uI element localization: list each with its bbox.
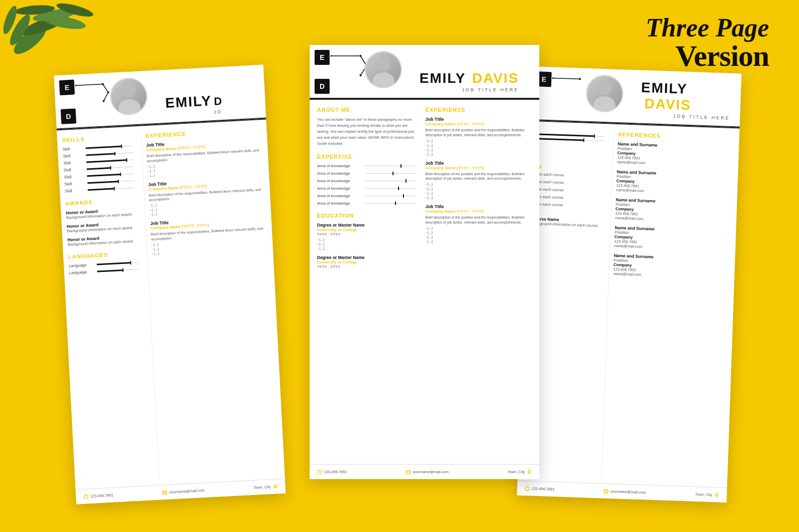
svg-point-37 (552, 77, 554, 79)
svg-point-15 (121, 82, 136, 98)
course-name-bottom: Course Name Background information on ea… (531, 216, 602, 228)
last-name-right: DAVIS (644, 96, 692, 113)
header-icons-center: E D (315, 50, 330, 94)
last-name-center: DAVIS (472, 70, 519, 86)
expertise-title: Expertise (317, 154, 415, 160)
expertise-list: Area of knowledge Area of knowledge Area… (317, 164, 415, 206)
experience-title-center: Experience (425, 107, 532, 113)
page-left-body: Skills Skill Skill Skill Skill Skill Ski… (57, 119, 285, 489)
page-right-header: E D EMILY DAVIS (530, 66, 742, 129)
title-line1: Three Page (646, 15, 769, 41)
first-name-center: EMILY (419, 70, 466, 86)
page-center-footer: 123.456.7891 yourname@mail.com Town, Cit… (310, 464, 539, 479)
job-title-center: JOB TITLE HERE (419, 87, 519, 92)
svg-point-44 (716, 493, 718, 496)
svg-point-39 (598, 79, 612, 95)
pages-container: E D (25, 30, 774, 512)
svg-point-28 (360, 74, 362, 76)
page-center-body: About me You can include "about me" in t… (310, 100, 539, 464)
first-name-left: EMILY (165, 93, 212, 111)
center-left-col: About me You can include "about me" in t… (317, 105, 415, 459)
skills-title-left: Skills (62, 134, 132, 143)
title-area: Three Page Version (646, 15, 769, 71)
education-list: Degree or Master Name University or Coll… (317, 223, 415, 269)
first-name-right: EMILY (641, 80, 688, 97)
footer-phone-center: 123.456.7891 (324, 470, 347, 474)
references-list: Name and Surname Position Company 123.45… (613, 141, 734, 280)
footer-location-right: Town, City (695, 492, 713, 497)
exp-title-left: Experience (145, 127, 262, 139)
about-text: You can include "about me" in these para… (317, 117, 415, 147)
svg-point-20 (274, 485, 277, 487)
courses-section-partial: ses on on each course. on on each course… (532, 164, 603, 209)
languages-title-left: Languages (68, 250, 139, 260)
footer-phone-right: 123.456.7891 (531, 486, 554, 492)
svg-line-36 (552, 78, 580, 79)
header-name-center: EMILY DAVIS JOB TITLE HERE (419, 70, 519, 95)
title-line2: Version (646, 41, 769, 71)
page-center: E D (310, 45, 539, 479)
icon-e-center: E (315, 50, 330, 65)
plant-decoration (0, 0, 110, 90)
icon-d-center: D (315, 79, 330, 94)
header-name-right: EMILY DAVIS JOB TITLE HERE (640, 80, 732, 123)
footer-email-left: yourname@mail.com (169, 488, 205, 495)
svg-point-30 (373, 72, 395, 87)
footer-email-right: yourname@mail.com (611, 489, 646, 495)
course-partial-3: on on each course. (532, 187, 602, 194)
page-right: E D EMILY DAVIS (517, 66, 742, 503)
footer-phone-left: 123.456.7891 (90, 493, 113, 499)
course-partial-1: on on each course. (533, 172, 603, 179)
svg-point-40 (593, 96, 615, 112)
svg-point-26 (360, 55, 362, 57)
footer-location-center: Town, City (507, 470, 525, 474)
icon-d-left: D (60, 108, 76, 124)
course-partial-4: on on each course. (532, 194, 602, 201)
svg-point-16 (118, 98, 141, 115)
footer-location-left: Town, City (254, 485, 271, 490)
references-title: References (618, 131, 735, 141)
right-right-col: References Name and Surname Position Com… (602, 129, 735, 483)
svg-point-25 (331, 55, 332, 57)
skills-list-left: Skill Skill Skill Skill Skill Skill Skil… (62, 144, 135, 194)
page-right-body: ses on on each course. on on each course… (517, 121, 740, 488)
course-partial-5: on on each course. (532, 202, 602, 209)
languages-list: Language Language (69, 260, 139, 275)
svg-point-38 (579, 78, 581, 80)
header-photo-center (365, 51, 402, 88)
about-title: About me (317, 107, 415, 113)
course-partial-2: on on each course. (533, 179, 603, 186)
svg-point-29 (377, 55, 391, 71)
page-center-header: E D (310, 45, 539, 100)
header-name-left: EMILY D JO (165, 92, 223, 120)
footer-email-center: yourname@mail.com (413, 470, 448, 474)
awards-title-left: Awards (65, 197, 136, 206)
education-title: Education (317, 213, 415, 219)
svg-point-34 (528, 470, 530, 473)
awards-list: Honor or Award Background information on… (66, 207, 138, 247)
svg-line-10 (103, 92, 109, 101)
right-col-left: Experience Job Title Company Name (YYYY … (141, 125, 280, 480)
page-left: E D (54, 65, 286, 505)
left-col-left: Skills Skill Skill Skill Skill Skill Ski… (62, 131, 154, 484)
center-right-col: Experience Job Title Company Name (YYYY … (425, 105, 532, 459)
header-photo-right (585, 74, 624, 113)
